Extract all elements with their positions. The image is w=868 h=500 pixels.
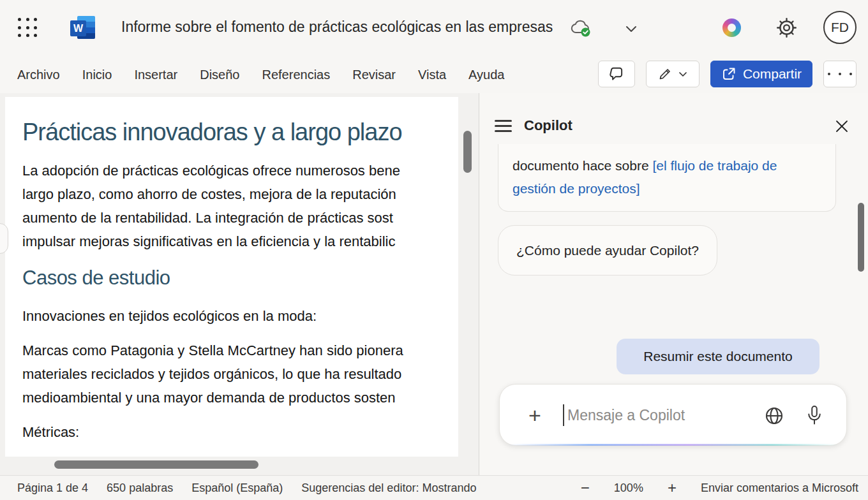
ribbon-actions: Compartir [598, 61, 857, 87]
copilot-menu-icon[interactable] [495, 120, 512, 132]
tab-archivo[interactable]: Archivo [17, 68, 60, 82]
doc-paragraph-1: La adopción de prácticas ecológicas ofre… [22, 159, 458, 253]
doc-paragraph-4: Métricas: [22, 420, 458, 444]
copilot-panel-title: Copilot [524, 117, 572, 134]
doc-line: impulsar mejoras significativas en la ef… [22, 230, 458, 253]
language-status[interactable]: Español (España) [191, 482, 283, 495]
doc-paragraph-3: Marcas como Patagonia y Stella McCartney… [22, 339, 458, 409]
editing-mode-dropdown[interactable] [646, 61, 700, 87]
copilot-message-input[interactable] [567, 401, 746, 430]
zoom-level[interactable]: 100% [614, 482, 643, 495]
ribbon-tabs: Archivo Inicio Insertar Diseño Referenci… [0, 68, 504, 82]
top-bar: W Informe sobre el fomento de prácticas … [0, 0, 868, 56]
copilot-close-icon[interactable] [833, 117, 851, 135]
word-logo-icon[interactable]: W [70, 15, 96, 40]
chevron-down-icon [678, 69, 688, 79]
comment-icon [608, 66, 625, 82]
title-dropdown-chevron-icon[interactable] [622, 21, 641, 36]
text-caret [563, 404, 564, 426]
microphone-icon[interactable] [805, 404, 824, 427]
tab-revisar[interactable]: Revisar [352, 68, 396, 82]
ribbon-bar: Archivo Inicio Insertar Diseño Referenci… [0, 56, 868, 93]
copilot-input-card[interactable]: + [499, 384, 847, 446]
doc-line: Innovaciones en tejidos ecológicos en la… [22, 304, 458, 328]
tab-insertar[interactable]: Insertar [134, 68, 177, 82]
copilot-message-link[interactable]: gestión de proyectos] [513, 181, 640, 196]
document-page[interactable]: Prácticas innovadoras y a largo plazo La… [5, 97, 458, 457]
comments-button[interactable] [598, 61, 635, 87]
main-area: Prácticas innovadoras y a largo plazo La… [0, 93, 868, 475]
tab-vista[interactable]: Vista [418, 68, 446, 82]
left-pane-handle[interactable] [0, 223, 8, 254]
copilot-suggestion-bubble[interactable]: ¿Cómo puede ayudar Copilot? [498, 225, 717, 276]
zoom-out-button[interactable]: − [581, 482, 590, 494]
document-horizontal-scrollbar[interactable] [54, 460, 258, 469]
doc-line: largo plazo, como ahorro de costes, mejo… [22, 182, 458, 206]
copilot-message-text: documento hace sobre [513, 158, 652, 173]
copilot-message-line: gestión de proyectos] [513, 177, 821, 200]
pencil-icon [657, 66, 673, 82]
tab-inicio[interactable]: Inicio [82, 68, 112, 82]
status-bar: Página 1 de 4 650 palabras Español (Espa… [0, 475, 868, 500]
doc-heading-2: Casos de estudio [22, 267, 170, 290]
tab-ayuda[interactable]: Ayuda [468, 68, 504, 82]
copilot-panel: Copilot documento hace sobre [el flujo d… [479, 93, 868, 475]
status-right: − 100% + Enviar comentarios a Microsoft [581, 482, 858, 495]
status-left: Página 1 de 4 650 palabras Español (Espa… [0, 482, 476, 495]
document-vertical-scrollbar[interactable] [463, 131, 472, 173]
doc-paragraph-2: Innovaciones en tejidos ecológicos en la… [22, 304, 458, 328]
account-avatar[interactable]: FD [823, 11, 857, 44]
page-count-status[interactable]: Página 1 de 4 [17, 482, 88, 495]
doc-line: Marcas como Patagonia y Stella McCartney… [22, 339, 458, 362]
settings-gear-icon[interactable] [776, 17, 797, 38]
tab-diseno[interactable]: Diseño [200, 68, 239, 82]
copilot-scrollbar[interactable] [858, 203, 864, 272]
zoom-in-button[interactable]: + [668, 482, 677, 494]
add-content-plus-icon[interactable]: + [524, 402, 546, 428]
copilot-message-card[interactable]: documento hace sobre [el flujo de trabaj… [498, 144, 836, 212]
doc-line: Métricas: [22, 420, 458, 444]
copilot-message-line: documento hace sobre [el flujo de trabaj… [513, 154, 821, 177]
share-button-label: Compartir [743, 66, 802, 82]
share-button[interactable]: Compartir [710, 61, 812, 87]
more-options-button[interactable] [823, 61, 857, 87]
summarize-document-chip[interactable]: Resumir este documento [617, 339, 819, 374]
doc-line: aumento de la rentabilidad. La integraci… [22, 206, 458, 230]
tab-referencias[interactable]: Referencias [262, 68, 330, 82]
copilot-message-link[interactable]: [el flujo de trabajo de [652, 158, 777, 173]
saved-cloud-check-icon[interactable] [571, 17, 594, 39]
share-icon [721, 66, 737, 82]
word-web-app: W Informe sobre el fomento de prácticas … [0, 0, 868, 500]
word-count-status[interactable]: 650 palabras [107, 482, 173, 495]
document-title[interactable]: Informe sobre el fomento de prácticas ec… [121, 18, 553, 36]
doc-heading-1: Prácticas innovadoras y a largo plazo [22, 119, 402, 146]
doc-line: materiales reciclados y tejidos orgánico… [22, 362, 458, 386]
doc-line: La adopción de prácticas ecológicas ofre… [22, 159, 458, 182]
feedback-link[interactable]: Enviar comentarios a Microsoft [701, 482, 858, 495]
copilot-logo-icon[interactable] [722, 18, 741, 37]
web-globe-icon[interactable] [764, 406, 784, 426]
editor-suggestions-status[interactable]: Sugerencias del editor: Mostrando [301, 482, 476, 495]
doc-line: medioambiental y una mayor demanda de pr… [22, 386, 458, 409]
app-launcher-waffle-icon[interactable] [18, 18, 38, 38]
